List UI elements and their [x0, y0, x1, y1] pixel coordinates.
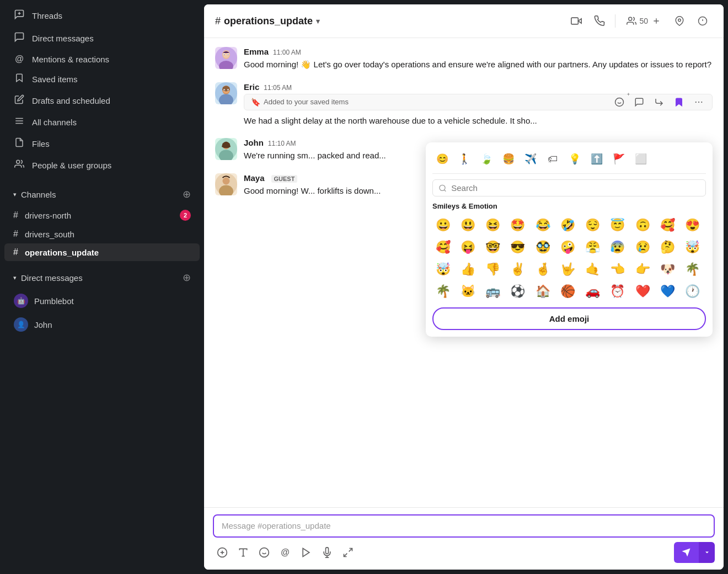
threads-icon: [13, 9, 25, 23]
emoji-🤯b[interactable]: 🤯: [432, 259, 453, 280]
emoji-🥰[interactable]: 🥰: [657, 215, 678, 236]
emoji-😆[interactable]: 😆: [483, 215, 504, 236]
sidebar-item-threads[interactable]: Threads: [4, 5, 200, 26]
emoji-😇[interactable]: 😇: [607, 215, 628, 236]
emoji-😍[interactable]: 😍: [682, 215, 703, 236]
sidebar-item-drivers-north[interactable]: # drivers-north 2: [4, 206, 200, 225]
svg-line-49: [445, 189, 446, 191]
video-call-button[interactable]: [566, 11, 586, 31]
emoji-cat-flags[interactable]: 🚩: [609, 149, 629, 169]
sidebar-user-john[interactable]: 👤 John: [4, 313, 200, 336]
emoji-🤪[interactable]: 🤪: [557, 237, 578, 258]
emoji-🏀[interactable]: 🏀: [557, 281, 578, 302]
emoji-😂[interactable]: 😂: [532, 215, 553, 236]
add-button[interactable]: [213, 543, 232, 562]
emoji-🌴[interactable]: 🌴: [682, 259, 703, 280]
emoji-✌[interactable]: ✌️: [507, 259, 528, 280]
members-button[interactable]: 50: [621, 13, 666, 29]
emoji-😝[interactable]: 😝: [457, 237, 478, 258]
sidebar-item-direct-messages[interactable]: Direct messages: [4, 28, 200, 49]
emoji-button[interactable]: [255, 543, 274, 562]
send-message-button[interactable]: [674, 542, 698, 563]
sidebar-item-saved[interactable]: Saved items: [4, 69, 200, 89]
sidebar-user-pumblebot[interactable]: 🤖 Pumblebot: [4, 289, 200, 312]
emoji-cat-travel[interactable]: ✈️: [521, 149, 540, 169]
emoji-cat-symbols[interactable]: ⬆️: [587, 149, 607, 169]
add-reaction-button[interactable]: +: [611, 93, 628, 111]
emoji-😎[interactable]: 😎: [507, 237, 528, 258]
dm-section-header[interactable]: ▾ Direct messages ⊕: [4, 268, 200, 287]
emoji-👍[interactable]: 👍: [457, 259, 478, 280]
send-options-button[interactable]: [698, 542, 715, 563]
emoji-extra[interactable]: 🕐: [682, 281, 703, 302]
info-button[interactable]: [693, 11, 713, 31]
emoji-🌴b[interactable]: 🌴: [432, 281, 453, 302]
bookmark-button[interactable]: [670, 93, 688, 111]
sidebar-item-operations-update[interactable]: # operations_update: [4, 243, 200, 261]
sidebar-item-mentions[interactable]: @ Mentions & reactions: [4, 50, 200, 68]
gif-button[interactable]: [297, 543, 315, 562]
emoji-😃[interactable]: 😃: [457, 215, 478, 236]
add-emoji-button[interactable]: Add emoji: [432, 307, 706, 330]
emoji-👈[interactable]: 👈: [607, 259, 628, 280]
emoji-⏰[interactable]: ⏰: [607, 281, 628, 302]
message-input-box[interactable]: Message #operations_update: [213, 514, 715, 538]
text-format-button[interactable]: [234, 543, 253, 562]
emoji-🤓[interactable]: 🤓: [483, 237, 504, 258]
emoji-😀[interactable]: 😀: [432, 215, 453, 236]
sidebar-item-people[interactable]: People & user groups: [4, 155, 200, 176]
emoji-🤯[interactable]: 🤯: [682, 237, 703, 258]
emoji-🤙[interactable]: 🤙: [582, 259, 603, 280]
emoji-cat-custom[interactable]: ⬜: [631, 149, 651, 169]
header-divider: [615, 14, 615, 28]
emoji-cat-activity[interactable]: 🏷: [543, 149, 563, 169]
sidebar-item-all-channels[interactable]: All channels: [4, 112, 200, 132]
mention-button[interactable]: @: [276, 543, 295, 562]
emoji-🤟[interactable]: 🤟: [557, 259, 578, 280]
phone-call-button[interactable]: [590, 11, 609, 31]
emoji-search-box[interactable]: [432, 179, 706, 196]
more-actions-button[interactable]: [690, 93, 708, 111]
add-channel-icon[interactable]: ⊕: [183, 188, 191, 200]
emoji-🙃[interactable]: 🙃: [632, 215, 653, 236]
emoji-cat-objects[interactable]: 💡: [565, 149, 585, 169]
emoji-😢[interactable]: 😢: [632, 237, 653, 258]
emoji-🚗[interactable]: 🚗: [582, 281, 603, 302]
emoji-😌[interactable]: 😌: [582, 215, 603, 236]
emoji-🤔[interactable]: 🤔: [657, 237, 678, 258]
emoji-💙[interactable]: 💙: [657, 281, 678, 302]
channels-section-header[interactable]: ▾ Channels ⊕: [4, 185, 200, 204]
sidebar-item-files[interactable]: Files: [4, 134, 200, 154]
sidebar-item-drivers-south[interactable]: # drivers_south: [4, 225, 200, 243]
emoji-cat-nature[interactable]: 🍃: [477, 149, 496, 169]
emoji-🐶[interactable]: 🐶: [657, 259, 678, 280]
emoji-😤[interactable]: 😤: [582, 237, 603, 258]
emoji-🤣[interactable]: 🤣: [557, 215, 578, 236]
emoji-🤞[interactable]: 🤞: [532, 259, 553, 280]
emoji-🥰b[interactable]: 🥰: [432, 237, 453, 258]
emoji-🏠[interactable]: 🏠: [532, 281, 553, 302]
emoji-cat-food[interactable]: 🍔: [499, 149, 518, 169]
svg-point-15: [678, 19, 681, 22]
emoji-👎[interactable]: 👎: [483, 259, 504, 280]
add-dm-icon[interactable]: ⊕: [183, 272, 191, 284]
emoji-🐱[interactable]: 🐱: [457, 281, 478, 302]
emoji-😰[interactable]: 😰: [607, 237, 628, 258]
emoji-search-input[interactable]: [451, 183, 700, 193]
emoji-🤩[interactable]: 🤩: [507, 215, 528, 236]
guest-badge: GUEST: [271, 175, 298, 183]
share-button[interactable]: [650, 93, 668, 111]
emoji-👉[interactable]: 👉: [632, 259, 653, 280]
expand-button[interactable]: [339, 543, 357, 562]
emoji-cat-people[interactable]: 🚶: [454, 149, 474, 169]
mic-button[interactable]: [318, 543, 336, 562]
pin-button[interactable]: [670, 11, 689, 31]
emoji-❤[interactable]: ❤️: [632, 281, 653, 302]
channel-title[interactable]: # operations_update ▾: [215, 15, 320, 27]
emoji-⚽[interactable]: ⚽: [507, 281, 528, 302]
reply-button[interactable]: [630, 93, 648, 111]
emoji-🚌[interactable]: 🚌: [483, 281, 504, 302]
emoji-🥸[interactable]: 🥸: [532, 237, 553, 258]
sidebar-item-drafts[interactable]: Drafts and scheduled: [4, 91, 200, 111]
emoji-cat-smiley[interactable]: 😊: [432, 149, 452, 169]
